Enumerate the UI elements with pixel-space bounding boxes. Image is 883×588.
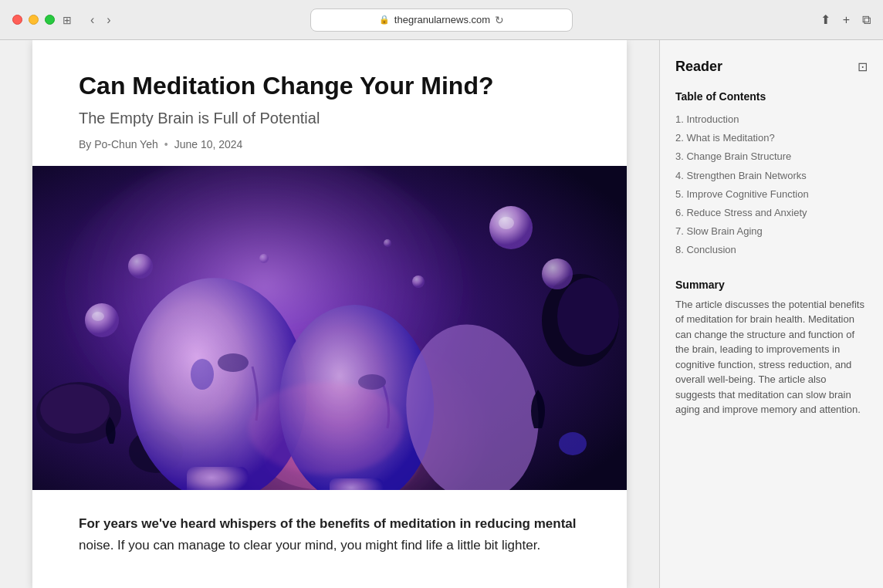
svg-rect-22 (330, 478, 384, 490)
svg-point-14 (559, 432, 587, 455)
toc-item-label-3: Change Brain Structure (686, 150, 791, 162)
toc-item-number-4: 4. (675, 170, 686, 181)
fullscreen-button[interactable] (45, 15, 55, 25)
toc-item-number-2: 2. (675, 132, 686, 144)
svg-point-12 (92, 312, 104, 321)
svg-rect-18 (187, 467, 249, 490)
main-area: Can Meditation Change Your Mind? The Emp… (0, 40, 883, 588)
toc-item-label-2: What is Meditation? (686, 132, 774, 144)
address-bar[interactable]: 🔒 thegranularnews.com ↻ (310, 8, 573, 32)
toc-item-6[interactable]: 6. Reduce Stress and Anxiety (675, 204, 868, 222)
toc-item-4[interactable]: 4. Strengthen Brain Networks (675, 167, 868, 185)
byline-date: June 10, 2024 (174, 138, 243, 150)
hero-illustration (32, 166, 627, 490)
nav-buttons: ‹ › (86, 10, 116, 30)
new-tab-button[interactable]: + (843, 13, 850, 27)
titlebar: ⊞ ‹ › 🔒 thegranularnews.com ↻ ⬆ + ⧉ (0, 0, 883, 40)
article-body: For years we've heard whispers of the be… (32, 490, 627, 578)
svg-point-20 (218, 353, 249, 372)
toc-item-number-5: 5. (675, 188, 686, 200)
url-text: thegranularnews.com (394, 14, 490, 25)
toc-item-label-4: Strengthen Brain Networks (686, 170, 806, 181)
toc-item-2[interactable]: 2. What is Meditation? (675, 129, 868, 147)
toc-item-label-5: Improve Cognitive Function (686, 188, 808, 200)
toc-item-label-7: Slow Brain Aging (686, 225, 762, 237)
sidebar-toggle-button[interactable]: ⊞ (58, 11, 76, 29)
reader-panel: Reader ⊡ Table of Contents 1. Introducti… (659, 40, 883, 588)
toolbar-right: ⬆ + ⧉ (820, 12, 871, 27)
svg-point-30 (259, 254, 269, 263)
toc-item-label-6: Reduce Stress and Anxiety (686, 207, 807, 218)
byline-separator: • (164, 138, 168, 150)
svg-point-27 (249, 382, 403, 475)
toc-item-label-1: Introduction (686, 113, 739, 125)
minimize-button[interactable] (29, 15, 39, 25)
article-header: Can Meditation Change Your Mind? The Emp… (32, 40, 627, 166)
article-container: Can Meditation Change Your Mind? The Emp… (32, 40, 627, 588)
toc-item-number-1: 1. (675, 113, 686, 125)
svg-point-23 (358, 374, 386, 390)
toc-item-number-7: 7. (675, 225, 686, 237)
svg-point-13 (128, 254, 153, 279)
back-button[interactable]: ‹ (86, 10, 99, 30)
svg-point-4 (40, 384, 110, 434)
toc-item-3[interactable]: 3. Change Brain Structure (675, 147, 868, 166)
reader-title: Reader (675, 59, 722, 75)
toc-heading: Table of Contents (675, 90, 868, 103)
svg-rect-25 (449, 475, 496, 490)
svg-point-29 (384, 239, 391, 247)
svg-point-19 (191, 359, 214, 390)
toc-item-7[interactable]: 7. Slow Brain Aging (675, 222, 868, 241)
toc-item-8[interactable]: 8. Conclusion (675, 241, 868, 259)
lock-icon: 🔒 (379, 15, 390, 25)
article-byline: By Po-Chun Yeh • June 10, 2024 (79, 138, 580, 150)
reader-layout-button[interactable]: ⊡ (858, 59, 868, 74)
svg-point-28 (412, 275, 425, 288)
article-area: Can Meditation Change Your Mind? The Emp… (0, 40, 659, 588)
summary-text: The article discusses the potential bene… (675, 297, 868, 417)
article-subtitle: The Empty Brain is Full of Potential (79, 110, 580, 127)
tabs-button[interactable]: ⧉ (862, 13, 871, 27)
article-text-line2: noise. If you can manage to clear your m… (79, 538, 540, 553)
article-title: Can Meditation Change Your Mind? (79, 71, 580, 100)
toc-item-number-8: 8. (675, 244, 686, 255)
toc-item-1[interactable]: 1. Introduction (675, 110, 868, 129)
forward-button[interactable]: › (102, 10, 115, 30)
share-button[interactable]: ⬆ (820, 12, 831, 27)
toc-item-5[interactable]: 5. Improve Cognitive Function (675, 185, 868, 204)
toc-item-label-8: Conclusion (686, 244, 736, 255)
toc-item-number-6: 6. (675, 207, 686, 218)
svg-point-9 (499, 217, 514, 229)
byline-author: By Po-Chun Yeh (79, 138, 158, 150)
article-text-bold-1: For years we've heard whispers of the be… (79, 516, 577, 531)
toc-list: 1. Introduction 2. What is Meditation? 3… (675, 110, 868, 260)
svg-point-7 (557, 278, 619, 355)
reader-header: Reader ⊡ (675, 59, 868, 75)
refresh-button[interactable]: ↻ (495, 14, 504, 26)
svg-point-11 (85, 303, 119, 337)
article-body-text: For years we've heard whispers of the be… (79, 513, 580, 555)
svg-point-10 (542, 259, 573, 289)
traffic-lights (12, 15, 55, 25)
article-hero-image (32, 166, 627, 490)
close-button[interactable] (12, 15, 22, 25)
summary-heading: Summary (675, 279, 868, 291)
toc-item-number-3: 3. (675, 150, 686, 162)
